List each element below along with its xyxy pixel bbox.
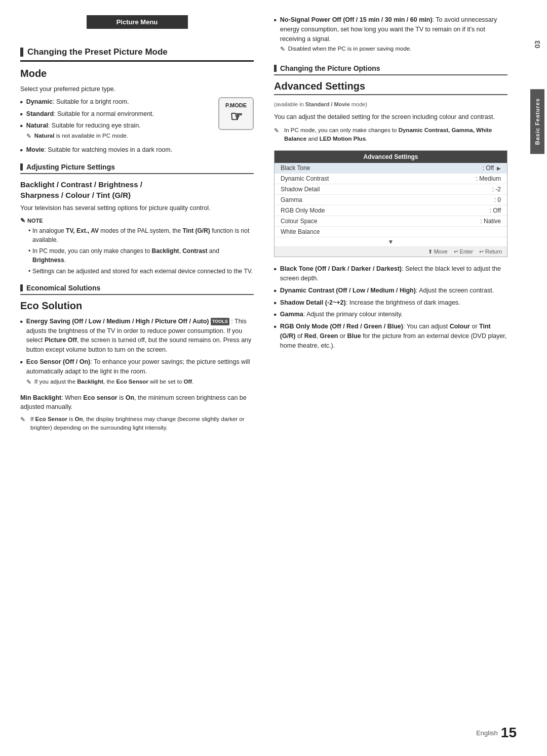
eco-sensor-note: If Eco Sensor is On, the display brightn… — [20, 415, 254, 433]
select-text: Select your preferred picture type. — [20, 85, 254, 94]
subsection-economical-label: Economical Solutions — [26, 284, 100, 292]
black-tone-value: : Off ▶ — [483, 164, 501, 172]
page-container: Picture Menu Changing the Preset Picture… — [0, 0, 547, 756]
page-number: 15 — [501, 725, 517, 741]
list-item: Eco Sensor (Off / On): To enhance your p… — [20, 357, 254, 389]
eco-solution-heading: Eco Solution — [20, 300, 254, 312]
settings-row-more: ▼ — [275, 237, 507, 247]
list-item: Energy Saving (Off / Low / Medium / High… — [20, 317, 254, 355]
backlight-heading: Backlight / Contrast / Brightness /Sharp… — [20, 179, 254, 200]
section-preset-label: Changing the Preset Picture Mode — [27, 47, 168, 57]
dynamic-contrast-label: Dynamic Contrast — [281, 175, 329, 182]
list-item: Movie: Suitable for watching movies in a… — [20, 145, 254, 155]
note-item: In analogue TV, Ext., AV modes of the PA… — [28, 226, 254, 244]
gamma-value: : 0 — [494, 196, 501, 203]
white-balance-label: White Balance — [281, 228, 320, 235]
list-item: RGB Only Mode (Off / Red / Green / Blue)… — [274, 322, 507, 350]
picture-menu-header: Picture Menu — [87, 15, 188, 29]
settings-row-gamma: Gamma : 0 — [275, 195, 507, 205]
subsection-adjusting-label: Adjusting Picture Settings — [26, 163, 115, 171]
mode-heading: Mode — [20, 68, 254, 79]
advanced-subtitle: (available in Standard / Movie mode) — [274, 100, 507, 109]
list-item: Gamma: Adjust the primary colour intensi… — [274, 310, 507, 319]
settings-row-white-balance: White Balance — [275, 227, 507, 237]
section-preset-picture-mode: Changing the Preset Picture Mode — [20, 47, 254, 62]
advanced-settings-table-header: Advanced Settings — [275, 151, 507, 163]
note-item: Settings can be adjusted and stored for … — [28, 267, 254, 276]
colour-space-value: : Native — [480, 218, 501, 225]
note-label: NOTE — [20, 217, 254, 224]
left-column: Picture Menu Changing the Preset Picture… — [20, 15, 254, 736]
advanced-desc: You can adjust the detailed setting for … — [274, 112, 507, 122]
dynamic-contrast-value: : Medium — [476, 175, 501, 182]
advanced-settings-heading: Advanced Settings — [274, 80, 507, 92]
settings-row-rgb-mode: RGB Only Mode : Off — [275, 205, 507, 216]
gamma-label: Gamma — [281, 196, 302, 203]
page-footer: English 15 — [476, 725, 517, 741]
list-item: Dynamic: Suitable for a bright room. — [20, 97, 213, 107]
eco-bullet-list: Energy Saving (Off / Low / Medium / High… — [20, 317, 254, 389]
nav-return: ↩ Return — [479, 248, 502, 255]
list-item: Black Tone (Off / Dark / Darker / Darkes… — [274, 264, 507, 283]
advanced-bullets: Black Tone (Off / Dark / Darker / Darkes… — [274, 264, 507, 350]
more-icon: ▼ — [388, 238, 394, 245]
advanced-pc-note: In PC mode, you can only make changes to… — [274, 126, 507, 144]
min-backlight-text: Min Backlight: When Eco sensor is On, th… — [20, 393, 254, 412]
rgb-mode-label: RGB Only Mode — [281, 207, 325, 214]
colour-space-label: Colour Space — [281, 218, 318, 225]
subsection-picture-options-label: Changing the Picture Options — [280, 64, 380, 72]
tools-icon: TOOLS — [211, 318, 229, 326]
rgb-mode-value: : Off — [490, 207, 501, 214]
list-item: Dynamic Contrast (Off / Low / Medium / H… — [274, 286, 507, 296]
subsection-economical: Economical Solutions — [20, 284, 254, 295]
settings-row-black-tone: Black Tone : Off ▶ — [275, 163, 507, 174]
subsection-adjusting: Adjusting Picture Settings — [20, 163, 254, 174]
pmode-container: P.MODE ☞ — [218, 97, 254, 130]
settings-row-colour-space: Colour Space : Native — [275, 216, 507, 227]
language-label: English — [476, 729, 498, 737]
advanced-settings-table: Advanced Settings Black Tone : Off ▶ Dyn… — [274, 150, 507, 257]
list-item: Shadow Detail (-2~+2): Increase the brig… — [274, 298, 507, 308]
note-items: In analogue TV, Ext., AV modes of the PA… — [20, 226, 254, 276]
settings-row-shadow-detail: Shadow Detail : -2 — [275, 184, 507, 195]
shadow-detail-label: Shadow Detail — [281, 186, 320, 193]
chapter-label: Basic Features — [530, 89, 544, 154]
subsection-picture-options: Changing the Picture Options — [274, 64, 507, 75]
backlight-section: Backlight / Contrast / Brightness /Sharp… — [20, 179, 254, 276]
note-item: In PC mode, you can only make changes to… — [28, 246, 254, 265]
two-col-layout: Picture Menu Changing the Preset Picture… — [20, 15, 507, 736]
settings-row-dynamic-contrast: Dynamic Contrast : Medium — [275, 174, 507, 184]
main-content: Picture Menu Changing the Preset Picture… — [0, 0, 528, 756]
side-tab: 03 Basic Features — [528, 0, 547, 756]
settings-nav: ⬆ Move ↵ Enter ↩ Return — [275, 247, 507, 257]
list-item: Standard: Suitable for a normal environm… — [20, 109, 213, 119]
shadow-detail-value: : -2 — [492, 186, 501, 193]
list-item: Natural: Suitable for reducing eye strai… — [20, 121, 213, 143]
right-column: No-Signal Power Off (Off / 15 min / 30 m… — [274, 15, 507, 736]
pmode-box: P.MODE ☞ — [218, 97, 254, 130]
black-tone-label: Black Tone — [281, 164, 310, 172]
no-signal-list: No-Signal Power Off (Off / 15 min / 30 m… — [274, 15, 507, 56]
note-section: NOTE In analogue TV, Ext., AV modes of t… — [20, 217, 254, 276]
nav-enter: ↵ Enter — [454, 248, 473, 255]
backlight-desc: Your television has several setting opti… — [20, 203, 254, 213]
nav-move: ⬆ Move — [428, 248, 448, 255]
pmode-hand-icon: ☞ — [225, 108, 247, 125]
list-item: No-Signal Power Off (Off / 15 min / 30 m… — [274, 15, 507, 56]
pmode-label: P.MODE — [225, 102, 247, 108]
